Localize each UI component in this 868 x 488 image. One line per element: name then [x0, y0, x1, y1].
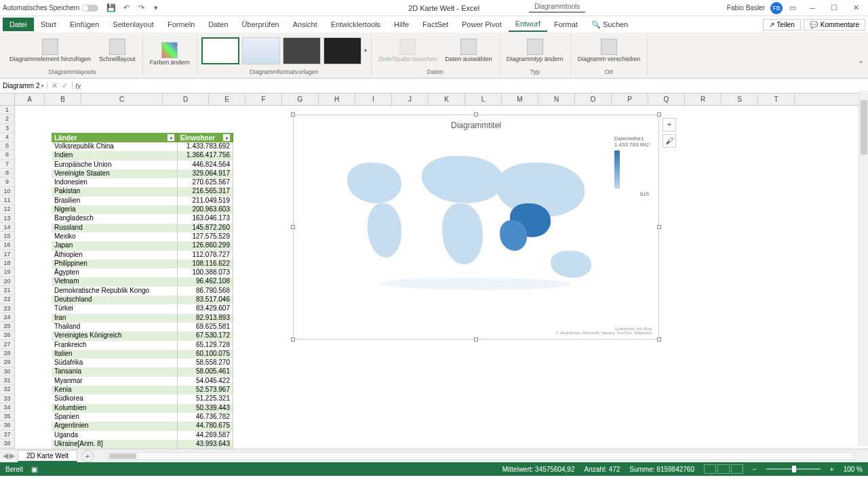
table-row[interactable]: Vereinigte Staaten329.064.917 [52, 169, 233, 178]
view-page-break-button[interactable] [731, 464, 743, 474]
select-data-button[interactable]: Daten auswählen [442, 37, 495, 64]
chart-legend[interactable]: Datenreihe1 1.433.783.692 815 [614, 136, 649, 197]
row-header-9[interactable]: 9 [0, 178, 14, 186]
table-row[interactable]: Tansania58.005.461 [52, 367, 233, 376]
add-sheet-button[interactable]: + [81, 450, 94, 462]
table-row[interactable]: Kenia52.573.967 [52, 386, 233, 394]
table-row[interactable]: Deutschland83.517.046 [52, 296, 233, 304]
maximize-button[interactable]: ☐ [825, 1, 844, 15]
table-row[interactable]: Philippinen108.116.622 [52, 260, 233, 268]
table-row[interactable]: Äthiopien112.078.727 [52, 251, 233, 260]
table-row[interactable]: Europäische Union446.824.564 [52, 161, 233, 169]
row-header-8[interactable]: 8 [0, 169, 14, 178]
row-header-11[interactable]: 11 [0, 196, 14, 205]
row-header-38[interactable]: 38 [0, 439, 14, 448]
row-header-14[interactable]: 14 [0, 223, 14, 232]
col-header-J[interactable]: J [392, 94, 429, 105]
resize-handle[interactable] [474, 338, 478, 342]
col-header-T[interactable]: T [758, 94, 795, 105]
tab-file[interactable]: Datei [3, 18, 34, 31]
save-icon[interactable]: 💾 [106, 3, 116, 13]
row-header-22[interactable]: 22 [0, 295, 14, 304]
row-header-19[interactable]: 19 [0, 268, 14, 277]
redo-icon[interactable]: ↷ [136, 3, 146, 13]
row-header-10[interactable]: 10 [0, 187, 14, 196]
col-header-H[interactable]: H [319, 94, 355, 105]
resize-handle[interactable] [657, 338, 661, 342]
col-header-K[interactable]: K [429, 94, 465, 105]
tab-format[interactable]: Format [547, 18, 585, 31]
change-chart-type-button[interactable]: Diagrammtyp ändern [504, 37, 566, 64]
style-gallery-more-icon[interactable]: ▾ [364, 47, 367, 54]
col-header-A[interactable]: A [15, 94, 45, 105]
col-header-R[interactable]: R [685, 94, 722, 105]
table-row[interactable]: Mexiko127.575.529 [52, 232, 233, 241]
sheet-tab[interactable]: 2D Karte Welt [18, 450, 77, 462]
col-header-O[interactable]: O [575, 94, 612, 105]
view-normal-button[interactable] [704, 464, 716, 474]
col-header-D[interactable]: D [163, 94, 209, 105]
chart-style-4[interactable] [323, 37, 361, 64]
qat-dropdown-icon[interactable]: ▾ [151, 3, 161, 13]
table-row[interactable]: Japan126.860.299 [52, 241, 233, 250]
row-header-25[interactable]: 25 [0, 322, 14, 331]
undo-icon[interactable]: ↶ [121, 3, 131, 13]
table-row[interactable]: Ägypten100.388.073 [52, 268, 233, 277]
select-all-corner[interactable] [0, 94, 15, 105]
autosave-toggle[interactable]: Automatisches Speichern [3, 4, 98, 12]
table-row[interactable]: Iran82.913.893 [52, 314, 233, 323]
share-button[interactable]: ↗ Teilen [763, 19, 801, 30]
quick-layout-button[interactable]: Schnelllayout [96, 37, 138, 64]
tab-power pivot[interactable]: Power Pivot [455, 18, 509, 31]
filter-icon[interactable]: ▾ [223, 134, 230, 141]
table-row[interactable]: Südafrika58.558.270 [52, 359, 233, 367]
col-header-B[interactable]: B [45, 94, 81, 105]
resize-handle[interactable] [291, 225, 295, 229]
row-header-18[interactable]: 18 [0, 259, 14, 268]
table-row[interactable]: Vietnam96.462.108 [52, 277, 233, 286]
row-header-5[interactable]: 5 [0, 142, 14, 150]
col-header-S[interactable]: S [722, 94, 758, 105]
sheet-nav-prev-icon[interactable]: ◀ [3, 451, 8, 460]
table-row[interactable]: Frankreich65.129.728 [52, 341, 233, 350]
row-header-28[interactable]: 28 [0, 349, 14, 358]
table-row[interactable]: Indien1.366.417.756 [52, 151, 233, 160]
zoom-out-button[interactable]: − [753, 466, 757, 473]
table-row[interactable]: Türkei83.429.607 [52, 304, 233, 313]
row-header-37[interactable]: 37 [0, 430, 14, 439]
table-header-country[interactable]: Länder ▾ [52, 133, 178, 142]
row-header-32[interactable]: 32 [0, 385, 14, 394]
col-header-I[interactable]: I [355, 94, 392, 105]
resize-handle[interactable] [291, 113, 295, 117]
move-chart-button[interactable]: Diagramm verschieben [575, 37, 644, 64]
row-header-15[interactable]: 15 [0, 232, 14, 241]
tab-start[interactable]: Start [34, 18, 63, 31]
filter-icon[interactable]: ▾ [167, 134, 174, 141]
table-row[interactable]: Russland145.872.260 [52, 224, 233, 232]
cancel-formula-icon[interactable]: ✕ [52, 81, 58, 90]
col-header-Q[interactable]: Q [648, 94, 685, 105]
table-row[interactable]: Ukraine[Anm. 8]43.993.643 [52, 440, 233, 449]
row-header-6[interactable]: 6 [0, 150, 14, 159]
zoom-in-button[interactable]: + [830, 466, 834, 473]
comments-button[interactable]: 💬 Kommentare [804, 19, 865, 30]
minimize-button[interactable]: ─ [803, 1, 822, 15]
row-header-24[interactable]: 24 [0, 313, 14, 322]
change-colors-button[interactable]: Farben ändern [147, 41, 193, 68]
zoom-slider[interactable] [766, 468, 821, 470]
user-avatar[interactable]: FB [770, 2, 783, 14]
table-row[interactable]: Myanmar54.045.422 [52, 377, 233, 386]
table-header-population[interactable]: Einwohner ▾ [178, 133, 233, 142]
horizontal-scrollbar[interactable] [107, 452, 854, 460]
chart-style-1[interactable] [201, 37, 239, 64]
col-header-C[interactable]: C [81, 94, 163, 105]
chart-object[interactable]: Diagrammtitel Datenreihe1 1.433.783.692 … [293, 115, 659, 340]
resize-handle[interactable] [657, 225, 661, 229]
map-plot-area[interactable] [340, 142, 612, 291]
table-row[interactable]: Uganda44.269.587 [52, 431, 233, 440]
fx-icon[interactable]: fx [73, 82, 84, 90]
ribbon-display-icon[interactable]: ▭ [788, 3, 797, 13]
table-row[interactable]: Argentinien44.780.675 [52, 422, 233, 430]
table-row[interactable]: Südkorea51.225.321 [52, 394, 233, 403]
col-header-M[interactable]: M [502, 94, 538, 105]
